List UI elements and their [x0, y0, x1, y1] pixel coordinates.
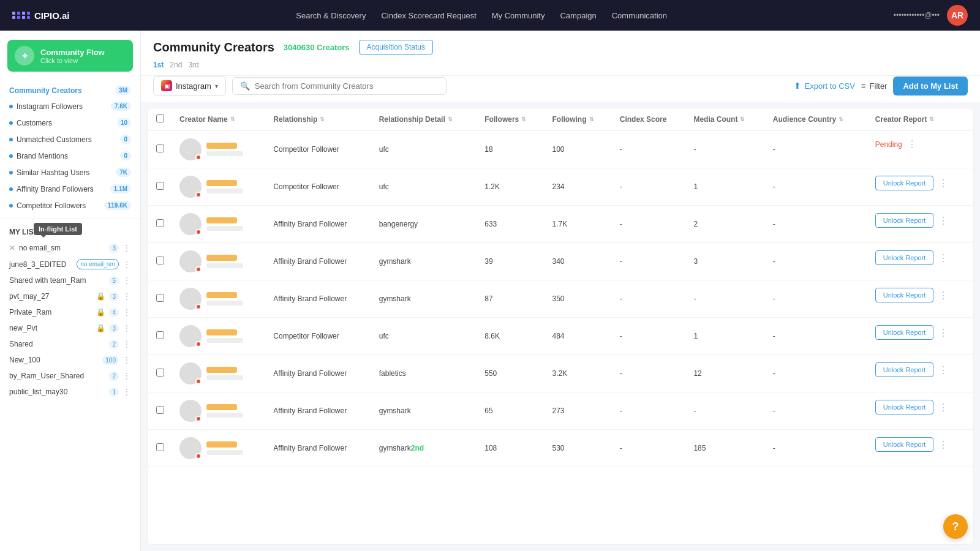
list-item[interactable]: Shared with team_Ram 5 ⋮ [0, 272, 140, 288]
creator-name-cell [172, 131, 266, 168]
row-actions-menu[interactable]: ⋮ [938, 178, 948, 189]
sidebar-item[interactable]: Brand Mentions 0 [0, 148, 140, 164]
sidebar-item[interactable]: Competitor Followers 119.6K [0, 197, 140, 214]
row-checkbox[interactable] [156, 294, 164, 302]
filter-button[interactable]: ≡ Filter [861, 81, 887, 91]
row-checkbox[interactable] [156, 182, 164, 190]
unlock-report-button[interactable]: Unlock Report [875, 437, 934, 452]
list-item[interactable]: public_list_may30 1 ⋮ [0, 384, 140, 400]
help-button[interactable]: ? [943, 514, 968, 539]
row-checkbox[interactable] [156, 144, 164, 152]
followers-cell: 18 [477, 131, 545, 168]
search-input[interactable] [255, 81, 439, 91]
row-checkbox[interactable] [156, 257, 164, 264]
logo-icon [12, 12, 31, 19]
row-checkbox[interactable] [156, 219, 164, 227]
select-all-checkbox[interactable] [156, 114, 164, 122]
nav-community[interactable]: My Community [492, 11, 545, 20]
sort-icon: ⇅ [929, 116, 934, 122]
list-item[interactable]: june8_3_EDITED no email_sm ⋮ [0, 256, 140, 272]
row-actions-menu[interactable]: ⋮ [938, 364, 948, 376]
tab-1st[interactable]: 1st [153, 61, 164, 69]
row-actions-menu[interactable]: ⋮ [938, 327, 948, 339]
row-actions-menu[interactable]: ⋮ [938, 290, 948, 301]
creator-sub-blur [206, 450, 243, 455]
nav-search-discovery[interactable]: Search & Discovery [296, 11, 366, 20]
community-flow-banner[interactable]: ✦ Community Flow Click to view [7, 40, 133, 72]
list-item[interactable]: Private_Ram 🔒 4 ⋮ [0, 304, 140, 320]
row-checkbox[interactable] [156, 443, 164, 451]
unlock-report-button[interactable]: Unlock Report [875, 400, 934, 414]
acquisition-status-button[interactable]: Acquisition Status [359, 40, 433, 54]
logo[interactable]: CIPIO.ai [12, 10, 70, 21]
unlock-report-button[interactable]: Unlock Report [875, 362, 934, 377]
list-menu-dots[interactable]: ⋮ [123, 387, 131, 397]
list-menu-dots[interactable]: ⋮ [123, 291, 131, 301]
community-items: Instagram Followers 7.6K Customers 10 Un… [0, 98, 140, 214]
creator-report-cell: Unlock Report ⋮ [868, 355, 973, 384]
list-menu-dots[interactable]: ⋮ [123, 339, 131, 349]
online-dot [195, 453, 202, 459]
creator-name-cell [172, 206, 266, 243]
list-menu-dots[interactable]: ⋮ [123, 355, 131, 365]
lock-icon: 🔒 [96, 324, 105, 332]
close-icon[interactable]: ✕ [9, 244, 15, 252]
unlock-report-button[interactable]: Unlock Report [875, 325, 934, 340]
sidebar-item[interactable]: Instagram Followers 7.6K [0, 98, 140, 114]
list-item[interactable]: New_100 100 ⋮ [0, 352, 140, 368]
row-actions-menu[interactable]: ⋮ [938, 439, 948, 451]
flow-title: Community Flow [40, 48, 105, 57]
creator-info [206, 404, 243, 418]
row-actions-menu[interactable]: ⋮ [938, 215, 948, 227]
list-menu-dots[interactable]: ⋮ [123, 243, 131, 253]
sidebar-item-left: Unmatched Customers [9, 135, 92, 144]
list-menu-dots[interactable]: ⋮ [123, 276, 131, 285]
sidebar-item[interactable]: Customers 10 [0, 114, 140, 131]
media-count-cell: 2 [686, 206, 765, 243]
tab-2nd[interactable]: 2nd [170, 61, 182, 69]
unlock-report-button[interactable]: Unlock Report [875, 213, 934, 228]
export-csv-button[interactable]: ⬆ Export to CSV [794, 81, 855, 91]
unlock-report-button[interactable]: Unlock Report [875, 288, 934, 302]
row-actions-menu[interactable]: ⋮ [938, 402, 948, 413]
list-menu-dots[interactable]: ⋮ [123, 307, 131, 317]
list-item[interactable]: Shared 2 ⋮ [0, 336, 140, 352]
list-menu-dots[interactable]: ⋮ [123, 323, 131, 333]
row-actions-menu[interactable]: ⋮ [938, 252, 948, 264]
unlock-report-button[interactable]: Unlock Report [875, 176, 934, 190]
creator-name-cell [172, 318, 266, 355]
list-item[interactable]: new_Pvt 🔒 3 ⋮ [0, 320, 140, 336]
sidebar-item[interactable]: Similar Hashtag Users 7K [0, 164, 140, 181]
relationship-type: Competitor Follower [273, 182, 339, 191]
creator-cell [179, 250, 258, 272]
online-dot [195, 378, 202, 384]
sidebar-item[interactable]: Unmatched Customers 0 [0, 131, 140, 148]
sidebar-item[interactable]: Affinity Brand Followers 1.1M [0, 181, 140, 197]
row-actions-menu[interactable]: ⋮ [907, 138, 917, 150]
col-report: Creator Report⇅ [868, 108, 973, 131]
list-item[interactable]: ✕ no email_sm 3 ⋮ [0, 240, 140, 256]
nav-communication[interactable]: Communication [612, 11, 667, 20]
row-checkbox-cell [148, 430, 172, 467]
table-header: Creator Name⇅ Relationship⇅ Relationship… [148, 108, 973, 131]
platform-select[interactable]: ▣ Instagram ▾ [153, 76, 226, 96]
row-checkbox[interactable] [156, 369, 164, 377]
list-item[interactable]: by_Ram_User_Shared 2 ⋮ [0, 368, 140, 384]
table-row: Affinity Brand Follower gymshark2nd 108 … [148, 430, 973, 467]
list-item[interactable]: pvt_may_27 🔒 3 ⋮ [0, 288, 140, 304]
creator-report-cell: Unlock Report ⋮ [868, 392, 973, 422]
avatar[interactable]: AR [947, 5, 968, 26]
nav-cindex[interactable]: Cindex Scorecard Request [381, 11, 476, 20]
tab-3rd[interactable]: 3rd [188, 61, 198, 69]
row-checkbox[interactable] [156, 331, 164, 339]
following-cell: 3.2K [545, 355, 612, 392]
unlock-report-button[interactable]: Unlock Report [875, 250, 934, 265]
list-menu-dots[interactable]: ⋮ [123, 371, 131, 381]
add-to-list-button[interactable]: Add to My List [893, 77, 968, 96]
page-title: Community Creators [153, 40, 274, 54]
creators-count: 3040630 Creators [284, 43, 350, 52]
nav-campaign[interactable]: Campaign [560, 11, 596, 20]
creator-name-blur [206, 367, 237, 373]
list-menu-dots[interactable]: ⋮ [123, 260, 131, 269]
row-checkbox[interactable] [156, 406, 164, 414]
